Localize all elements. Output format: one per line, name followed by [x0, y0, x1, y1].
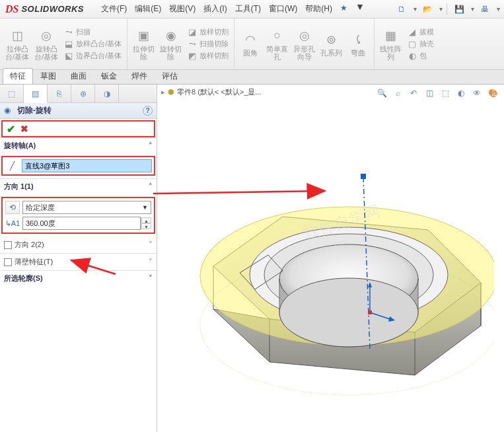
quick-access-toolbar: 🗋▾ 📂▾ 💾▾ 🖶▾	[394, 3, 504, 16]
menubar: 文件(F) 编辑(E) 视图(V) 插入(I) 工具(T) 窗口(W) 帮助(H…	[89, 3, 363, 15]
pm-dir1-header[interactable]: 方向 1(1)˄	[0, 179, 157, 194]
help-icon[interactable]: ?	[143, 106, 153, 116]
app-logo: DS SOLIDWORKS	[0, 3, 89, 15]
menu-file[interactable]: 文件(F)	[101, 3, 127, 15]
view-orientation-icon[interactable]: ⬚	[439, 87, 452, 100]
reverse-direction-icon[interactable]: ⟲	[5, 201, 20, 214]
pm-direction2-row[interactable]: 方向 2(2) ˅	[0, 236, 157, 253]
ribbon-linear-pattern[interactable]: ▦线性阵 列	[377, 20, 404, 68]
ribbon-loft-cut[interactable]: ◪放样切割	[184, 26, 231, 38]
pm-section-direction1: 方向 1(1)˄ ⟲ 给定深度▼ ↳A1 360.00度	[0, 178, 157, 236]
zoom-area-icon[interactable]: ⌕	[391, 87, 404, 100]
chevron-up-icon: ˄	[149, 182, 153, 191]
titlebar: DS SOLIDWORKS 文件(F) 编辑(E) 视图(V) 插入(I) 工具…	[0, 0, 504, 18]
direction-type-select[interactable]: 给定深度▼	[22, 201, 151, 214]
ribbon-group-cut: ▣拉伸切 除 ◉旋转切 除 ◪放样切割 ⤳扫描切除 ◩放样切割	[127, 18, 234, 69]
menu-star-icon[interactable]: ★	[340, 3, 347, 15]
dir2-checkbox[interactable]	[4, 241, 12, 249]
tab-features[interactable]: 特征	[3, 68, 33, 84]
pm-tab-display-icon[interactable]: ◑	[95, 85, 119, 102]
hide-show-icon[interactable]: 👁	[470, 87, 484, 100]
pm-header: ◉ 切除-旋转 ?	[0, 103, 157, 119]
logo-text: SOLIDWORKS	[21, 4, 84, 14]
tab-weldments[interactable]: 焊件	[124, 68, 155, 84]
ribbon-hole-series[interactable]: ⊚孔系列	[318, 20, 345, 68]
ribbon-sweep[interactable]: ⤳扫描	[61, 26, 124, 38]
ribbon-group-holes: ◠圆角 ○简单直 孔 ◎异形孔 向导 ⊚孔系列 ⤹弯曲	[234, 18, 375, 69]
qat-open-icon[interactable]: 📂	[419, 3, 435, 16]
ribbon-sweep-cut[interactable]: ⤳扫描切除	[184, 38, 231, 50]
ribbon: ◫拉伸凸 台/基体 ◎旋转凸 台/基体 ⤳扫描 ⬓放样凸台/基体 ⬕边界凸台/基…	[0, 18, 504, 70]
svg-rect-10	[368, 310, 372, 314]
zoom-fit-icon[interactable]: 🔍	[375, 87, 388, 100]
section-view-icon[interactable]: ◫	[423, 87, 436, 100]
ribbon-extrude-cut[interactable]: ▣拉伸切 除	[130, 20, 157, 68]
menu-overflow-icon[interactable]: ⯆	[357, 3, 363, 15]
main-area: ⬚ ▤ ⎘ ⊕ ◑ ◉ 切除-旋转 ? ✔ ✖ 旋转轴(A)˄ ╱	[0, 85, 504, 432]
menu-tools[interactable]: 工具(T)	[235, 3, 261, 15]
view-toolbar: 🔍 ⌕ ↶ ◫ ⬚ ◐ 👁 🎨	[373, 85, 501, 102]
pm-tab-feature-tree-icon[interactable]: ⬚	[0, 85, 24, 102]
ribbon-loft[interactable]: ⬓放样凸台/基体	[61, 38, 124, 50]
pm-section-axis: 旋转轴(A)˄ ╱	[0, 137, 157, 178]
menu-view[interactable]: 视图(V)	[169, 3, 196, 15]
ribbon-boundary[interactable]: ⬕边界凸台/基体	[61, 50, 124, 62]
breadcrumb-part[interactable]: 零件8 (默认< <默认>_显...	[177, 87, 261, 97]
breadcrumb-arrow-icon[interactable]: ▸	[161, 88, 165, 96]
qat-print-icon[interactable]: 🖶	[477, 3, 493, 16]
svg-point-5	[279, 278, 418, 347]
pm-tab-property-manager-icon[interactable]: ▤	[24, 85, 48, 103]
chevron-down-icon: ˅	[149, 258, 153, 266]
menu-edit[interactable]: 编辑(E)	[135, 3, 161, 15]
ribbon-simple-hole[interactable]: ○简单直 孔	[264, 20, 291, 68]
ribbon-draft[interactable]: ◢拔模	[404, 26, 437, 38]
pm-tab-config-icon[interactable]: ⎘	[48, 85, 71, 102]
tab-evaluate[interactable]: 评估	[155, 68, 185, 84]
angle-input[interactable]: 360.00度	[22, 217, 141, 230]
chevron-down-icon: ˅	[149, 274, 153, 283]
pm-tab-dimxpert-icon[interactable]: ⊕	[71, 85, 95, 102]
qat-save-icon[interactable]: 💾	[451, 3, 467, 16]
menu-insert[interactable]: 插入(I)	[203, 3, 227, 15]
logo-icon: DS	[5, 3, 18, 15]
thin-checkbox[interactable]	[4, 258, 12, 266]
cancel-button[interactable]: ✖	[20, 124, 28, 134]
tab-sheetmetal[interactable]: 钣金	[94, 68, 124, 84]
breadcrumb: ▸ ⬢ 零件8 (默认< <默认>_显...	[161, 87, 261, 97]
command-tabs: 特征 草图 曲面 钣金 焊件 评估	[0, 70, 504, 85]
cut-revolve-icon: ◉	[4, 106, 15, 116]
tab-sketch[interactable]: 草图	[33, 68, 63, 84]
pm-contours-header[interactable]: 所选轮廓(S)˅	[0, 270, 157, 286]
ribbon-wrap[interactable]: ◐包	[404, 50, 437, 62]
qat-new-icon[interactable]: 🗋	[394, 3, 410, 16]
ribbon-shell[interactable]: ▢抽壳	[404, 38, 437, 50]
axis-input[interactable]	[22, 159, 152, 172]
chevron-up-icon: ˄	[149, 141, 153, 150]
dropdown-arrow-icon: ▼	[142, 204, 148, 211]
pm-thin-row[interactable]: 薄壁特征(T) ˅	[0, 253, 157, 270]
ribbon-revolve-boss[interactable]: ◎旋转凸 台/基体	[32, 20, 61, 68]
previous-view-icon[interactable]: ↶	[407, 87, 420, 100]
ok-button[interactable]: ✔	[7, 123, 15, 135]
svg-rect-7	[361, 174, 366, 179]
angle-icon: ↳A1	[5, 217, 20, 230]
part-icon: ⬢	[168, 88, 174, 96]
angle-spinner[interactable]: ▲▼	[141, 217, 151, 229]
display-style-icon[interactable]: ◐	[454, 87, 468, 100]
chevron-down-icon: ˅	[149, 240, 153, 249]
tab-surface[interactable]: 曲面	[63, 68, 94, 84]
ribbon-boundary-cut[interactable]: ◩放样切割	[184, 50, 231, 62]
pm-title: 切除-旋转	[17, 105, 143, 116]
appearance-icon[interactable]: 🎨	[486, 87, 499, 100]
graphics-area[interactable]: ▸ ⬢ 零件8 (默认< <默认>_显... 🔍 ⌕ ↶ ◫ ⬚ ◐ 👁 🎨	[157, 85, 504, 432]
ribbon-bend[interactable]: ⤹弯曲	[345, 20, 371, 68]
ribbon-hole-wizard[interactable]: ◎异形孔 向导	[291, 20, 318, 68]
menu-help[interactable]: 帮助(H)	[305, 3, 332, 15]
pm-axis-header[interactable]: 旋转轴(A)˄	[0, 138, 157, 153]
ribbon-group-features: ◫拉伸凸 台/基体 ◎旋转凸 台/基体 ⤳扫描 ⬓放样凸台/基体 ⬕边界凸台/基…	[0, 18, 127, 69]
ribbon-extrude-boss[interactable]: ◫拉伸凸 台/基体	[3, 20, 32, 68]
menu-window[interactable]: 窗口(W)	[269, 3, 297, 15]
ribbon-fillet[interactable]: ◠圆角	[237, 20, 264, 68]
pm-ok-cancel-bar: ✔ ✖	[1, 120, 155, 137]
ribbon-revolve-cut[interactable]: ◉旋转切 除	[157, 20, 184, 68]
